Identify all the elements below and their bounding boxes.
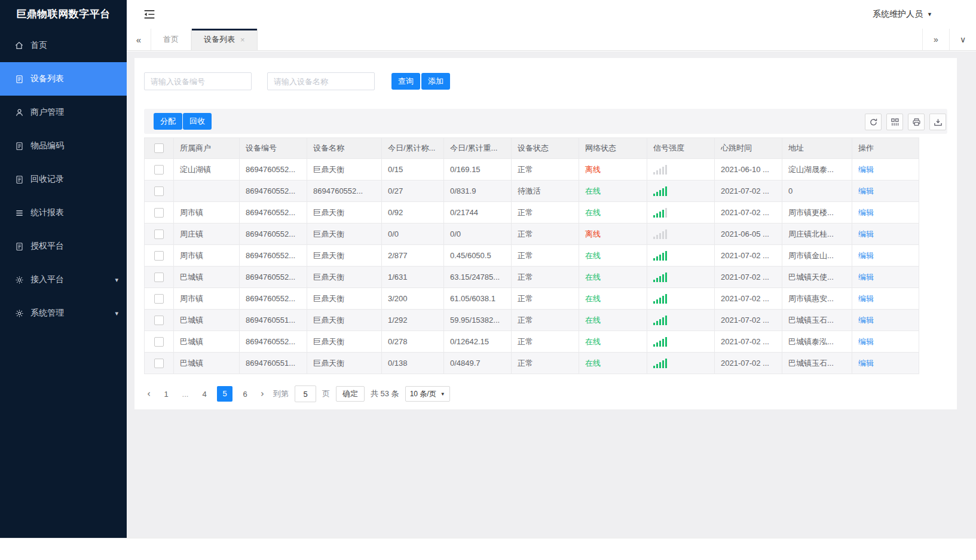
tab-home[interactable]: 首页 — [151, 29, 191, 50]
edit-link[interactable]: 编辑 — [858, 208, 874, 217]
row-checkbox[interactable] — [154, 359, 164, 368]
close-icon[interactable]: × — [240, 35, 245, 44]
table-row: 8694760552...8694760552...0/270/831.9待激活… — [145, 180, 919, 202]
edit-link[interactable]: 编辑 — [858, 251, 874, 260]
cell-actions: 编辑 — [852, 245, 919, 267]
page-button-6[interactable]: 6 — [238, 390, 252, 399]
query-button[interactable]: 查询 — [391, 73, 420, 90]
cell-device-status: 正常 — [512, 288, 579, 310]
row-checkbox[interactable] — [154, 229, 164, 239]
network-status-badge: 在线 — [585, 359, 601, 368]
menu-fold-icon[interactable] — [143, 9, 155, 20]
sidebar-item-merchant-management[interactable]: 商户管理 — [0, 96, 127, 129]
refresh-icon[interactable] — [865, 114, 882, 130]
page-button-4[interactable]: 4 — [198, 390, 211, 399]
row-checkbox-cell — [145, 353, 174, 374]
edit-link[interactable]: 编辑 — [858, 165, 874, 174]
sidebar-item-system-management[interactable]: 系统管理▾ — [0, 296, 127, 330]
edit-link[interactable]: 编辑 — [858, 273, 874, 281]
network-status-badge: 在线 — [585, 186, 601, 195]
network-status-badge: 在线 — [585, 251, 601, 260]
row-checkbox-cell — [145, 180, 174, 202]
row-checkbox[interactable] — [154, 316, 164, 325]
sidebar-menu: 首页设备列表商户管理物品编码回收记录统计报表授权平台接入平台▾系统管理▾ — [0, 29, 127, 330]
tab-device-list[interactable]: 设备列表× — [191, 29, 258, 50]
cell-device-name: 巨鼎天衡 — [307, 310, 382, 331]
user-menu[interactable]: 系统维护人员 ▼ — [873, 0, 932, 29]
row-checkbox-cell — [145, 267, 174, 288]
row-checkbox[interactable] — [154, 165, 164, 175]
add-button[interactable]: 添加 — [421, 73, 450, 90]
printer-icon[interactable] — [908, 114, 925, 130]
cell-actions: 编辑 — [852, 202, 919, 224]
network-status-badge: 在线 — [585, 273, 601, 281]
page-button-1[interactable]: 1 — [160, 390, 173, 399]
cell-merchant: 周市镇 — [174, 245, 240, 267]
row-checkbox-cell — [145, 310, 174, 331]
row-checkbox-cell — [145, 288, 174, 310]
edit-link[interactable]: 编辑 — [858, 229, 874, 238]
row-checkbox[interactable] — [154, 251, 164, 261]
edit-link[interactable]: 编辑 — [858, 337, 874, 346]
cell-merchant: 巴城镇 — [174, 267, 240, 288]
edit-link[interactable]: 编辑 — [858, 316, 874, 325]
double-chevron-left-icon[interactable]: « — [127, 29, 151, 50]
row-checkbox[interactable] — [154, 294, 164, 304]
confirm-button[interactable]: 确定 — [336, 386, 365, 402]
cell-today-weight: 0/21744 — [444, 202, 512, 224]
cell-signal — [647, 202, 715, 224]
cell-today-count: 0/27 — [382, 180, 444, 202]
page-size-select[interactable]: 10 条/页 ▼ — [405, 386, 450, 402]
device-number-input[interactable] — [144, 72, 252, 90]
table-row: 淀山湖镇8694760552...巨鼎天衡0/150/169.15正常离线202… — [145, 159, 919, 180]
cell-actions: 编辑 — [852, 310, 919, 331]
cell-today-count: 1/631 — [382, 267, 444, 288]
cell-heartbeat: 2021-07-02 ... — [715, 202, 782, 224]
row-checkbox[interactable] — [154, 273, 164, 282]
sidebar-item-label: 系统管理 — [30, 308, 64, 319]
assign-button[interactable]: 分配 — [154, 113, 182, 130]
double-chevron-right-icon[interactable]: » — [922, 29, 949, 50]
cell-device-name: 巨鼎天衡 — [307, 288, 382, 310]
cell-network-status: 在线 — [579, 353, 647, 374]
cell-today-count: 0/92 — [382, 202, 444, 224]
sidebar-item-item-code[interactable]: 物品编码 — [0, 129, 127, 163]
sidebar-item-authorization-platform[interactable]: 授权平台 — [0, 229, 127, 263]
columns-icon[interactable] — [886, 114, 903, 130]
page-button-5[interactable]: 5 — [217, 386, 232, 402]
cell-signal — [647, 267, 715, 288]
row-checkbox-cell — [145, 224, 174, 245]
sidebar-item-label: 接入平台 — [30, 274, 64, 285]
edit-link[interactable]: 编辑 — [858, 359, 874, 368]
chevron-down-icon[interactable]: ∨ — [949, 29, 976, 50]
top-bar: 系统维护人员 ▼ — [127, 0, 976, 29]
cell-heartbeat: 2021-07-02 ... — [715, 267, 782, 288]
goto-page-input[interactable] — [295, 385, 316, 402]
cell-device-no: 8694760552... — [240, 267, 307, 288]
select-all-checkbox[interactable] — [154, 143, 164, 153]
cell-network-status: 在线 — [579, 310, 647, 331]
sidebar-item-access-platform[interactable]: 接入平台▾ — [0, 263, 127, 296]
row-checkbox[interactable] — [154, 186, 164, 196]
recycle-button[interactable]: 回收 — [183, 113, 212, 130]
cell-merchant: 周市镇 — [174, 288, 240, 310]
sidebar-item-statistics-report[interactable]: 统计报表 — [0, 196, 127, 229]
table-row: 周市镇8694760552...巨鼎天衡0/920/21744正常在线2021-… — [145, 202, 919, 224]
device-name-input[interactable] — [267, 72, 375, 90]
sidebar-item-recycle-records[interactable]: 回收记录 — [0, 163, 127, 196]
export-icon[interactable] — [929, 114, 946, 130]
row-checkbox[interactable] — [154, 208, 164, 218]
edit-link[interactable]: 编辑 — [858, 294, 874, 303]
next-page-button[interactable]: › — [258, 388, 267, 399]
sidebar-item-device-list[interactable]: 设备列表 — [0, 62, 127, 96]
prev-page-button[interactable]: ‹ — [144, 388, 154, 399]
signal-strength-icon — [653, 273, 708, 282]
edit-link[interactable]: 编辑 — [858, 186, 874, 195]
row-checkbox[interactable] — [154, 337, 164, 347]
sidebar-item-label: 统计报表 — [30, 207, 64, 218]
cell-today-count: 1/292 — [382, 310, 444, 331]
sidebar-item-home[interactable]: 首页 — [0, 29, 127, 62]
cell-network-status: 离线 — [579, 224, 647, 245]
cell-heartbeat: 2021-06-10 ... — [715, 159, 782, 180]
row-checkbox-cell — [145, 202, 174, 224]
